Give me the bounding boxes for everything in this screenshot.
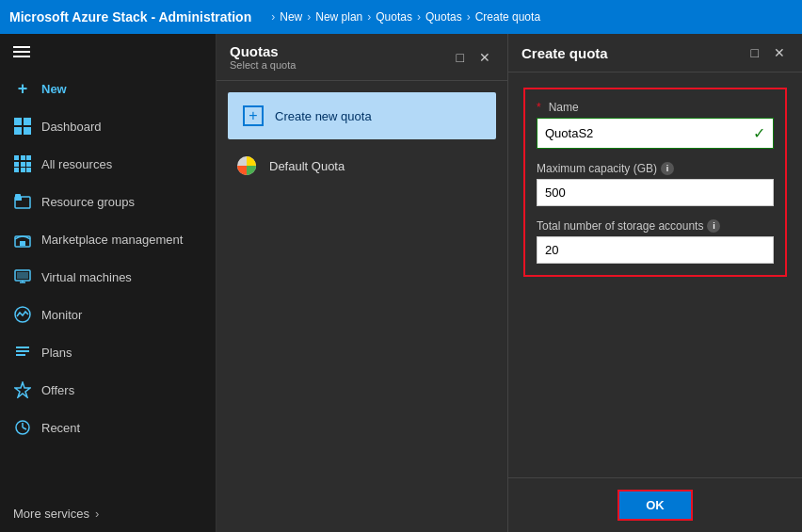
content-area: Quotas Select a quota □ ✕ + Create new q… (217, 34, 802, 532)
quotas-panel-header: Quotas Select a quota □ ✕ (217, 34, 507, 81)
default-quota-label: Default Quota (269, 159, 345, 173)
storage-label: Total number of storage accounts i (537, 219, 774, 233)
quotas-panel-body: + Create new quota Default Quota (217, 81, 507, 532)
capacity-form-group: Maximum capacity (GB) i (537, 162, 774, 206)
top-bar: Microsoft Azure Stack - Administration ›… (0, 0, 802, 34)
sidebar-item-all-resources[interactable]: All resources (0, 145, 216, 183)
recent-icon (13, 418, 32, 437)
quotas-panel: Quotas Select a quota □ ✕ + Create new q… (217, 34, 508, 532)
chevron-right-icon: › (95, 507, 99, 521)
ok-button[interactable]: OK (618, 490, 693, 521)
sidebar-item-resource-groups[interactable]: Resource groups (0, 183, 216, 220)
sidebar-new-label: New (41, 82, 67, 96)
hamburger-button[interactable] (0, 34, 216, 70)
breadcrumb-create-quota[interactable]: Create quota (475, 10, 540, 24)
breadcrumb-sep-4: › (467, 10, 471, 24)
sidebar-item-new[interactable]: + New (0, 70, 216, 107)
svg-rect-17 (20, 241, 25, 246)
svg-rect-11 (21, 168, 25, 172)
default-quota-item[interactable]: Default Quota (228, 143, 496, 188)
sidebar-dashboard-label: Dashboard (41, 120, 102, 134)
breadcrumb-new-plan[interactable]: New plan (315, 10, 362, 24)
sidebar-item-offers[interactable]: Offers (0, 371, 216, 409)
main-layout: + New Dashboard (0, 34, 802, 532)
storage-input[interactable] (545, 243, 765, 257)
plans-icon (13, 343, 32, 362)
create-quota-close-button[interactable]: ✕ (770, 43, 789, 62)
svg-rect-12 (26, 168, 31, 172)
create-quota-minimize-button[interactable]: □ (747, 43, 762, 62)
storage-info-icon[interactable]: i (707, 219, 720, 233)
dashboard-icon (13, 117, 32, 136)
storage-input-container (537, 236, 774, 264)
name-required-asterisk: * (537, 101, 541, 114)
app-title: Microsoft Azure Stack - Administration (9, 9, 251, 24)
svg-rect-10 (14, 168, 19, 172)
sidebar-more-services[interactable]: More services › (0, 495, 216, 532)
offers-icon (13, 380, 32, 399)
create-quota-header: Create quota □ ✕ (508, 34, 802, 73)
grid-icon (13, 154, 32, 173)
create-quota-panel: Create quota □ ✕ * Name (508, 34, 802, 532)
quotas-minimize-button[interactable]: □ (453, 48, 468, 67)
quotas-panel-subtitle: Select a quota (230, 59, 296, 71)
breadcrumb-sep-3: › (417, 10, 421, 24)
storage-form-group: Total number of storage accounts i (537, 219, 774, 264)
capacity-input[interactable] (545, 185, 765, 200)
create-new-quota-button[interactable]: + Create new quota (228, 92, 496, 139)
more-services-label: More services (13, 507, 89, 521)
sidebar-resourcegroups-label: Resource groups (41, 195, 135, 209)
capacity-label-text: Maximum capacity (GB) (537, 162, 657, 175)
svg-marker-26 (15, 382, 30, 397)
svg-rect-9 (26, 162, 31, 167)
sidebar-item-recent[interactable]: Recent (0, 409, 216, 446)
name-input[interactable] (545, 126, 753, 140)
breadcrumb-quotas-1[interactable]: Quotas (376, 10, 412, 24)
svg-rect-1 (24, 118, 31, 125)
sidebar-marketplace-label: Marketplace management (41, 233, 183, 247)
breadcrumb: › New › New plan › Quotas › Quotas › Cre… (266, 10, 540, 24)
storage-label-text: Total number of storage accounts (537, 219, 703, 233)
sidebar: + New Dashboard (0, 34, 217, 532)
svg-rect-3 (24, 127, 31, 135)
capacity-label: Maximum capacity (GB) i (537, 162, 774, 175)
valid-checkmark-icon: ✓ (753, 124, 765, 142)
sidebar-item-monitor[interactable]: Monitor (0, 296, 216, 333)
quota-form-section: * Name ✓ Maximum capacity (GB) i (523, 88, 787, 277)
svg-rect-19 (17, 272, 28, 279)
capacity-input-container (537, 179, 774, 206)
name-input-container: ✓ (537, 118, 774, 149)
svg-rect-0 (14, 118, 22, 125)
capacity-info-icon[interactable]: i (661, 162, 674, 175)
quotas-panel-title: Quotas (230, 43, 296, 59)
svg-rect-2 (14, 127, 22, 135)
create-quota-plus-icon: + (243, 105, 264, 126)
sidebar-offers-label: Offers (41, 383, 74, 397)
marketplace-icon (13, 230, 32, 249)
breadcrumb-quotas-2[interactable]: Quotas (425, 10, 462, 24)
breadcrumb-sep-1: › (307, 10, 311, 24)
sidebar-allresources-label: All resources (41, 157, 112, 171)
quotas-close-button[interactable]: ✕ (475, 48, 494, 67)
create-quota-controls: □ ✕ (747, 43, 789, 62)
quotas-panel-controls: □ ✕ (453, 48, 494, 67)
breadcrumb-sep-2: › (367, 10, 371, 24)
create-quota-title: Create quota (521, 45, 608, 61)
sidebar-recent-label: Recent (41, 421, 80, 435)
sidebar-item-dashboard[interactable]: Dashboard (0, 107, 216, 145)
vm-icon (13, 267, 32, 286)
create-quota-body: * Name ✓ Maximum capacity (GB) i (508, 73, 802, 477)
sidebar-monitor-label: Monitor (41, 308, 82, 322)
sidebar-item-plans[interactable]: Plans (0, 333, 216, 371)
breadcrumb-new[interactable]: New (280, 10, 302, 24)
breadcrumb-sep-0: › (271, 10, 275, 24)
monitor-icon (13, 305, 32, 324)
sidebar-plans-label: Plans (41, 346, 72, 360)
plus-icon: + (13, 79, 32, 98)
sidebar-item-marketplace[interactable]: Marketplace management (0, 220, 216, 258)
name-label: * Name (537, 101, 774, 114)
sidebar-item-virtual-machines[interactable]: Virtual machines (0, 258, 216, 296)
svg-rect-4 (14, 155, 19, 160)
resource-groups-icon (13, 192, 32, 211)
svg-line-29 (23, 427, 26, 429)
